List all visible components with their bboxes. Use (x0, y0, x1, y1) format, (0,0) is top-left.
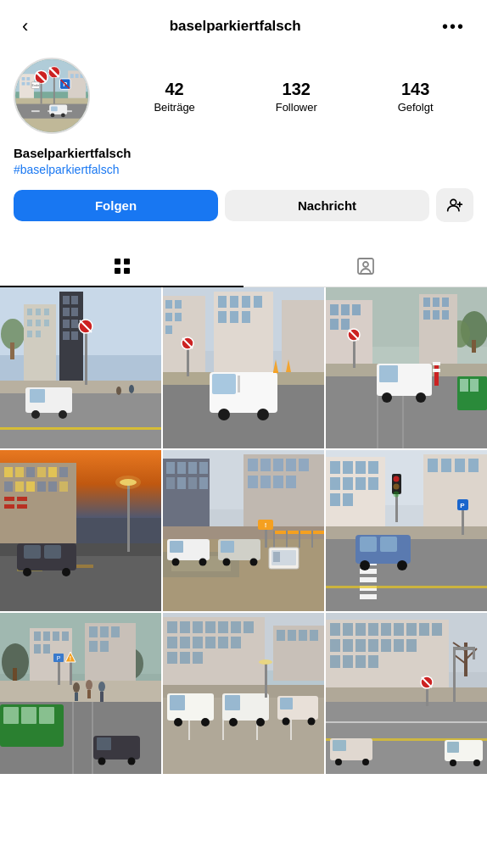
svg-point-166 (23, 568, 31, 576)
svg-rect-148 (59, 467, 68, 477)
svg-rect-135 (433, 362, 440, 365)
svg-point-286 (98, 682, 105, 692)
svg-rect-319 (288, 630, 296, 641)
svg-rect-181 (199, 477, 208, 489)
svg-rect-368 (368, 655, 378, 668)
grid-cell-3[interactable] (326, 287, 487, 448)
grid-cell-1[interactable] (0, 287, 161, 448)
svg-rect-45 (24, 304, 56, 381)
svg-point-32 (451, 199, 456, 205)
grid-cell-2[interactable] (163, 287, 324, 448)
svg-rect-185 (273, 459, 283, 471)
svg-rect-115 (433, 310, 439, 320)
grid-cell-9[interactable] (326, 613, 487, 774)
svg-rect-149 (4, 481, 13, 492)
add-person-button[interactable] (436, 188, 473, 222)
svg-rect-266 (43, 644, 50, 654)
svg-rect-188 (248, 476, 258, 488)
svg-rect-47 (36, 309, 41, 315)
svg-rect-363 (394, 639, 404, 652)
svg-rect-86 (242, 296, 250, 308)
tab-grid[interactable] (0, 246, 244, 287)
add-person-icon (446, 197, 463, 214)
grid-cell-4[interactable] (0, 450, 161, 611)
stat-following[interactable]: 143 Gefolgt (398, 79, 434, 114)
svg-rect-50 (36, 320, 41, 326)
svg-rect-222 (330, 477, 340, 490)
grid-cell-8[interactable] (163, 613, 324, 774)
svg-rect-118 (330, 304, 339, 315)
stat-posts[interactable]: 42 Beiträge (154, 79, 194, 114)
svg-rect-226 (330, 493, 340, 506)
svg-rect-155 (4, 497, 14, 501)
svg-rect-263 (53, 632, 59, 641)
svg-rect-189 (260, 476, 271, 488)
svg-rect-214 (273, 552, 280, 562)
svg-rect-121 (330, 319, 339, 330)
back-button[interactable]: ‹ (15, 12, 35, 41)
svg-text:!: ! (70, 655, 71, 661)
svg-point-291 (128, 758, 136, 765)
svg-rect-208 (273, 531, 275, 548)
svg-rect-164 (24, 545, 41, 559)
svg-rect-111 (423, 298, 430, 307)
svg-rect-67 (30, 389, 45, 403)
svg-rect-29 (51, 106, 58, 111)
svg-rect-373 (453, 647, 456, 702)
svg-rect-179 (177, 477, 186, 489)
svg-rect-112 (433, 298, 439, 307)
svg-rect-174 (166, 462, 175, 474)
profile-top-row: P Ende 42 Beiträge 132 (14, 58, 473, 134)
svg-point-97 (218, 409, 230, 420)
svg-rect-221 (368, 461, 378, 474)
svg-rect-353 (381, 623, 391, 636)
svg-rect-84 (218, 296, 227, 308)
svg-rect-95 (212, 374, 236, 394)
svg-point-330 (174, 718, 182, 726)
grid-cell-7[interactable]: P ! (0, 613, 161, 774)
svg-rect-70 (85, 330, 87, 385)
svg-rect-187 (299, 459, 309, 471)
person-square-icon (355, 256, 376, 276)
grid-cell-5[interactable]: ! (163, 450, 324, 611)
message-button[interactable]: Nachricht (225, 190, 429, 221)
svg-rect-114 (423, 310, 430, 320)
svg-rect-81 (175, 313, 182, 321)
svg-rect-38 (124, 268, 130, 274)
posts-label: Beiträge (154, 101, 194, 114)
svg-rect-26 (41, 84, 42, 104)
svg-rect-285 (87, 690, 91, 698)
svg-point-382 (335, 759, 342, 765)
svg-rect-96 (238, 376, 240, 392)
svg-rect-281 (39, 707, 54, 724)
svg-rect-232 (468, 459, 479, 472)
avatar[interactable]: P Ende (14, 58, 90, 134)
svg-rect-219 (343, 461, 353, 474)
svg-rect-289 (97, 737, 111, 750)
svg-rect-100 (273, 371, 278, 373)
svg-point-236 (394, 484, 400, 490)
svg-rect-137 (353, 338, 355, 368)
svg-rect-131 (379, 365, 398, 382)
svg-rect-87 (254, 296, 262, 308)
svg-point-249 (360, 560, 370, 570)
svg-rect-145 (26, 467, 35, 477)
stat-followers[interactable]: 132 Follower (276, 79, 317, 114)
svg-point-30 (51, 114, 55, 118)
profile-hashtag[interactable]: #baselparkiertfalsch (14, 163, 473, 176)
follow-button[interactable]: Folgen (14, 190, 218, 221)
page-title: baselparkiertfalsch (35, 18, 435, 35)
tab-tagged[interactable] (244, 246, 487, 287)
svg-rect-60 (71, 320, 78, 328)
svg-rect-310 (193, 637, 203, 648)
svg-rect-165 (44, 545, 61, 559)
svg-rect-295 (70, 659, 72, 685)
svg-rect-321 (310, 630, 318, 641)
svg-point-167 (62, 568, 70, 576)
svg-rect-358 (330, 639, 340, 652)
svg-text:!: ! (265, 521, 267, 529)
svg-rect-337 (280, 698, 293, 709)
svg-rect-276 (72, 702, 74, 774)
more-options-button[interactable]: ••• (435, 14, 472, 40)
grid-cell-6[interactable]: P (326, 450, 487, 611)
